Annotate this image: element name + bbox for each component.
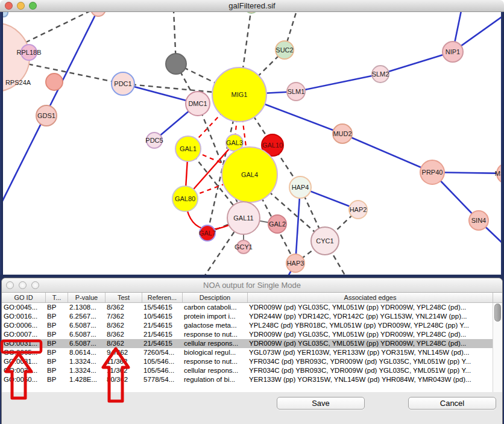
network-canvas[interactable]: RPL18BRPS24AGDS1PDC1DMC1PDC5MIG1SUC2SLM1… — [0, 12, 504, 276]
table-cell: 21/54615 — [142, 321, 182, 330]
column-header-goid[interactable]: GO ID — [2, 293, 45, 302]
node-label-SLM2: SLM2 — [372, 70, 389, 78]
table-cell: 15/54615 — [142, 303, 182, 312]
table-cell: cellular respons... — [182, 339, 247, 348]
table-cell: BP — [45, 357, 68, 366]
node-label-GAL7: GAL7 — [199, 229, 216, 237]
column-header-t[interactable]: T... — [45, 293, 68, 302]
table-cell: response to nut... — [182, 357, 247, 366]
node-toppartial[interactable] — [245, 12, 257, 13]
table-cell: 11/362 — [105, 357, 142, 366]
cancel-button[interactable]: Cancel — [408, 397, 496, 410]
save-button[interactable]: Save — [277, 397, 365, 410]
table-cell: YDR009W (pd) YGL035C, YML051W (pp) YDR00… — [247, 339, 493, 348]
scrollbar-thumb[interactable] — [494, 304, 501, 322]
table-cell: GO:0016... — [2, 312, 45, 321]
table-cell: YFR034C (pd) YBR093C, YDR009W (pd) YGL03… — [247, 366, 493, 375]
table-header-row[interactable]: GO IDT...P-valueTestReferen...Desciption… — [2, 293, 502, 303]
node-toppink[interactable] — [91, 12, 106, 16]
table-cell: YER133W (pp) YOR315W, YNL145W (pd) YHR08… — [247, 375, 493, 384]
node-label-GAL10: GAL10 — [262, 142, 283, 149]
table-row[interactable]: GO:0050...BP1.428E...80/3625778/54...reg… — [2, 375, 502, 384]
canvas-frame-right — [501, 12, 504, 278]
table-row[interactable]: GO:0006...BP6.5087...8/36221/54615galact… — [2, 321, 502, 330]
table-cell: BP — [45, 339, 68, 348]
table-cell: 94/362 — [105, 348, 142, 357]
table-cell: GO:0007... — [2, 330, 45, 339]
table-cell: 1.3324... — [68, 366, 105, 375]
edge-blue — [342, 134, 432, 172]
table-cell: 10/54615 — [142, 312, 182, 321]
noa-titlebar[interactable]: NOA output for Single Mode — [2, 278, 502, 293]
column-header-desciption[interactable]: Desciption — [182, 293, 247, 302]
table-row[interactable]: GO:0016...BP6.2567...7/36210/54615protei… — [2, 312, 502, 321]
network-window-title: galFiltered.sif — [0, 1, 504, 10]
table-cell: 1.3324... — [68, 357, 105, 366]
node-label-SLM1: SLM1 — [288, 88, 305, 95]
table-cell: 6.2567... — [68, 312, 105, 321]
table-cell: response to nut... — [182, 330, 247, 339]
table-cell: 105/546... — [142, 357, 182, 366]
node-label-DMC1: DMC1 — [188, 100, 207, 107]
table-cell: YDR009W (pd) YGL035C, YML051W (pp) YDR00… — [247, 330, 493, 339]
node-label-MUD2: MUD2 — [333, 130, 351, 137]
edge-blue — [380, 52, 453, 74]
table-cell: 6.5087... — [68, 321, 105, 330]
table-cell: cellular respons... — [182, 366, 247, 375]
node-label-NIP1: NIP1 — [446, 48, 460, 55]
edge-blue — [296, 74, 380, 92]
table-cell: 105/546... — [142, 366, 182, 375]
noa-window: NOA output for Single Mode GO IDT...P-va… — [1, 278, 503, 424]
table-cell: GO:0065... — [2, 348, 45, 357]
table-cell: YPL248C (pd) YBR018C, YML051W (pp) YDR00… — [247, 321, 493, 330]
column-header-pvalue[interactable]: P-value — [68, 293, 105, 302]
node-label-GCY1: GCY1 — [235, 243, 253, 251]
table-cell: protein import i... — [182, 312, 247, 321]
table-cell: 8/362 — [105, 330, 142, 339]
node-label-HAP4: HAP4 — [292, 184, 309, 191]
node-label-PDC5: PDC5 — [145, 137, 163, 144]
table-cell: 8/362 — [105, 339, 142, 348]
table-cell: 21/54615 — [142, 330, 182, 339]
node-label-GAL1: GAL1 — [180, 145, 197, 152]
table-cell: regulation of bi... — [182, 375, 247, 384]
table-cell: 8/362 — [105, 303, 142, 312]
table-cell: 11/362 — [105, 366, 142, 375]
table-cell: galactose meta... — [182, 321, 247, 330]
node-label-GDS1: GDS1 — [37, 112, 55, 119]
table-cell: BP — [45, 375, 68, 384]
go-results-table: GO IDT...P-valueTestReferen...Desciption… — [2, 293, 502, 392]
table-cell: GO:0050... — [2, 375, 45, 384]
node-label-PRP40: PRP40 — [422, 169, 443, 176]
node-label-SUC2: SUC2 — [276, 46, 293, 54]
table-cell: BP — [45, 348, 68, 357]
canvas-frame-left — [0, 12, 3, 278]
table-cell: 7260/54... — [142, 348, 182, 357]
vertical-scrollbar[interactable] — [493, 303, 502, 392]
node-label-RPL18B: RPL18B — [17, 49, 42, 56]
column-header-referen[interactable]: Referen... — [142, 293, 182, 302]
table-row[interactable]: GO:0065...BP8.0614...94/3627260/54...bio… — [2, 348, 502, 357]
column-header-test[interactable]: Test — [105, 293, 142, 302]
table-cell: YDR244W (pp) YDR142C, YDR142C (pp) YGL15… — [247, 312, 493, 321]
node-RPS24A[interactable] — [46, 73, 63, 90]
table-row[interactable]: GO:0045...BP2.1308...8/36215/54615carbon… — [2, 303, 502, 312]
table-row[interactable]: GO:0031...BP1.3324...11/362105/546...res… — [2, 357, 502, 366]
table-row[interactable]: GO:0031...BP1.3324...11/362105/546...cel… — [2, 366, 502, 375]
network-titlebar[interactable]: galFiltered.sif — [0, 0, 504, 12]
node-label-GAL2: GAL2 — [269, 220, 286, 228]
table-cell: BP — [45, 366, 68, 375]
table-cell: GO:0045... — [2, 303, 45, 312]
table-row[interactable]: GO:0031...BP6.5087...8/36221/54615cellul… — [2, 339, 502, 348]
node-darknode[interactable] — [166, 54, 186, 74]
table-cell: 1.428E... — [68, 375, 105, 384]
node-label-MIG1: MIG1 — [232, 91, 248, 98]
node-label-PDC1: PDC1 — [114, 80, 131, 87]
column-header-associatededges[interactable]: Associated edges — [247, 293, 493, 302]
node-label-HAP3: HAP3 — [287, 260, 304, 267]
table-cell: YFR034C (pd) YBR093C, YDR009W (pd) YGL03… — [247, 357, 493, 366]
table-cell: 2.1308... — [68, 303, 105, 312]
table-row[interactable]: GO:0007...BP6.5087...8/36221/54615respon… — [2, 330, 502, 339]
table-cell: biological regul... — [182, 348, 247, 357]
table-cell: 8/362 — [105, 321, 142, 330]
